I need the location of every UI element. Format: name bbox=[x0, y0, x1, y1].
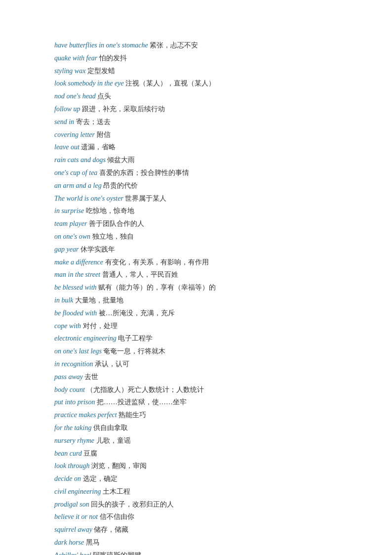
vocab-chinese: 电子工程学 bbox=[118, 335, 153, 342]
list-item: look through 浏览，翻阅，审阅 bbox=[54, 460, 338, 472]
vocab-chinese: 被…所淹没，充满，充斥 bbox=[99, 309, 175, 317]
vocab-chinese: 寄去；送去 bbox=[76, 118, 111, 126]
vocab-english: send in bbox=[54, 118, 74, 126]
vocab-english: man in the street bbox=[54, 271, 100, 278]
vocab-chinese: 奄奄一息，行将就木 bbox=[103, 347, 165, 355]
vocab-english: electronic engineering bbox=[54, 335, 117, 342]
vocab-chinese: 有变化，有关系，有影响，有作用 bbox=[105, 258, 209, 266]
list-item: dark horse 黑马 bbox=[54, 537, 338, 549]
list-item: rain cats and dogs 倾盆大雨 bbox=[54, 154, 338, 166]
vocab-english: in bulk bbox=[54, 297, 74, 304]
vocab-chinese: 豆腐 bbox=[83, 450, 97, 457]
list-item: be flooded with 被…所淹没，充满，充斥 bbox=[54, 307, 338, 319]
vocab-chinese: 普通人，常人，平民百姓 bbox=[102, 271, 178, 278]
list-item: body count （尤指敌人）死亡人数统计；人数统计 bbox=[54, 384, 338, 396]
vocab-english: an arm and a leg bbox=[54, 182, 102, 189]
vocab-chinese: 儿歌，童谣 bbox=[96, 437, 131, 444]
list-item: practice makes perfect 熟能生巧 bbox=[54, 409, 338, 421]
vocab-chinese: 浏览，翻阅，审阅 bbox=[91, 462, 147, 470]
list-item: cope with 对付，处理 bbox=[54, 320, 338, 332]
list-item: on one's last legs 奄奄一息，行将就木 bbox=[54, 345, 338, 357]
vocab-chinese: 阿喀琉斯的脚腱 bbox=[93, 552, 141, 555]
vocab-chinese: 把……投进监狱，使……坐牢 bbox=[97, 398, 187, 406]
vocab-chinese: 附信 bbox=[97, 131, 111, 138]
vocab-chinese: 黑马 bbox=[86, 539, 100, 546]
list-item: civil engineering 土木工程 bbox=[54, 486, 338, 498]
vocab-english: dark horse bbox=[54, 539, 84, 546]
list-item: in surprise 吃惊地，惊奇地 bbox=[54, 205, 338, 217]
vocab-english: decide on bbox=[54, 475, 81, 482]
list-item: on one's own 独立地，独自 bbox=[54, 231, 338, 243]
list-item: gap year 休学实践年 bbox=[54, 244, 338, 256]
list-item: decide on 选定，确定 bbox=[54, 473, 338, 485]
vocab-chinese: 选定，确定 bbox=[83, 475, 118, 482]
vocab-english: team player bbox=[54, 220, 87, 227]
vocab-chinese: 熟能生巧 bbox=[118, 411, 146, 419]
vocab-english: bean curd bbox=[54, 450, 82, 457]
vocab-chinese: （尤指敌人）死亡人数统计；人数统计 bbox=[86, 386, 204, 393]
vocab-chinese: 怕的发抖 bbox=[99, 54, 127, 62]
list-item: have butterflies in one's stomache 紧张，忐忑… bbox=[54, 40, 338, 51]
vocab-english: prodigal son bbox=[54, 501, 89, 508]
vocab-chinese: 对付，处理 bbox=[83, 322, 118, 330]
vocab-english: styling wax bbox=[54, 67, 85, 75]
list-item: bean curd 豆腐 bbox=[54, 448, 338, 460]
list-item: styling wax 定型发蜡 bbox=[54, 65, 338, 77]
vocab-chinese: 遗漏，省略 bbox=[81, 143, 116, 151]
vocab-english: nursery rhyme bbox=[54, 437, 94, 444]
list-item: leave out 遗漏，省略 bbox=[54, 141, 338, 153]
vocab-chinese: 休学实践年 bbox=[80, 246, 115, 253]
list-item: pass away 去世 bbox=[54, 371, 338, 383]
vocab-list: have butterflies in one's stomache 紧张，忐忑… bbox=[54, 40, 338, 555]
list-item: prodigal son 回头的孩子，改邪归正的人 bbox=[54, 499, 338, 511]
vocab-english: cope with bbox=[54, 322, 81, 330]
list-item: for the taking 供自由拿取 bbox=[54, 422, 338, 434]
list-item: covering letter 附信 bbox=[54, 129, 338, 141]
vocab-english: on one's last legs bbox=[54, 347, 102, 355]
vocab-chinese: 供自由拿取 bbox=[93, 424, 128, 431]
list-item: make a difference 有变化，有关系，有影响，有作用 bbox=[54, 256, 338, 268]
vocab-chinese: 紧张，忐忑不安 bbox=[150, 42, 198, 49]
vocab-chinese: 储存，储藏 bbox=[94, 526, 128, 533]
list-item: Achilles' heel 阿喀琉斯的脚腱 bbox=[54, 550, 338, 555]
vocab-chinese: 赋有（能力等）的，享有（幸福等）的 bbox=[98, 284, 216, 291]
vocab-english: practice makes perfect bbox=[54, 411, 117, 419]
list-item: in recognition 承认，认可 bbox=[54, 358, 338, 370]
vocab-chinese: 大量地，批量地 bbox=[75, 297, 123, 304]
vocab-english: in surprise bbox=[54, 207, 84, 214]
vocab-english: civil engineering bbox=[54, 488, 101, 495]
vocab-chinese: 回头的孩子，改邪归正的人 bbox=[91, 501, 174, 508]
vocab-english: The world is one's oyster bbox=[54, 195, 123, 202]
list-item: follow up 跟进，补充，采取后续行动 bbox=[54, 103, 338, 115]
list-item: send in 寄去；送去 bbox=[54, 116, 338, 128]
list-item: put into prison 把……投进监狱，使……坐牢 bbox=[54, 396, 338, 408]
vocab-english: look through bbox=[54, 462, 89, 470]
vocab-chinese: 注视（某人），直视（某人） bbox=[125, 80, 215, 87]
vocab-english: one's cup of tea bbox=[54, 169, 97, 176]
list-item: an arm and a leg 昂贵的代价 bbox=[54, 180, 338, 192]
vocab-chinese: 去世 bbox=[84, 373, 98, 381]
list-item: believe it or not 信不信由你 bbox=[54, 511, 338, 523]
vocab-english: gap year bbox=[54, 246, 78, 253]
vocab-english: be flooded with bbox=[54, 309, 97, 317]
vocab-chinese: 点头 bbox=[97, 92, 111, 100]
vocab-english: be blessed with bbox=[54, 284, 97, 291]
vocab-english: squirrel away bbox=[54, 526, 92, 533]
list-item: squirrel away 储存，储藏 bbox=[54, 524, 338, 536]
vocab-chinese: 土木工程 bbox=[103, 488, 130, 495]
vocab-english: quake with fear bbox=[54, 54, 97, 62]
vocab-english: make a difference bbox=[54, 258, 103, 266]
vocab-chinese: 喜爱的东西；投合脾性的事情 bbox=[99, 169, 189, 176]
list-item: team player 善于团队合作的人 bbox=[54, 218, 338, 230]
list-item: nod one's head 点头 bbox=[54, 90, 338, 102]
list-item: quake with fear 怕的发抖 bbox=[54, 52, 338, 64]
list-item: electronic engineering 电子工程学 bbox=[54, 333, 338, 344]
list-item: nursery rhyme 儿歌，童谣 bbox=[54, 435, 338, 447]
vocab-english: believe it or not bbox=[54, 513, 98, 520]
vocab-english: covering letter bbox=[54, 131, 95, 138]
vocab-english: Achilles' heel bbox=[54, 552, 91, 555]
list-item: in bulk 大量地，批量地 bbox=[54, 295, 338, 306]
vocab-chinese: 善于团队合作的人 bbox=[89, 220, 144, 227]
vocab-chinese: 定型发蜡 bbox=[87, 67, 115, 75]
vocab-chinese: 世界属于某人 bbox=[125, 195, 166, 202]
